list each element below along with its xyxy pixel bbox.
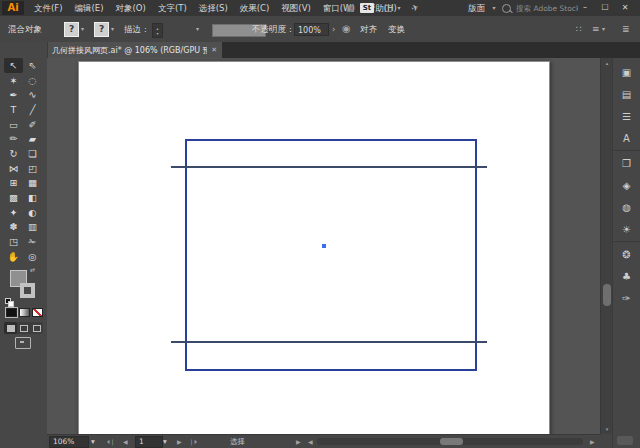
menu-file[interactable]: 文件(F) (28, 0, 69, 16)
transform-button[interactable]: 变换 (388, 16, 405, 42)
perspective-grid-tool[interactable]: ▦ (23, 176, 42, 191)
swatches-panel[interactable]: ▣ (613, 61, 640, 83)
color-panel[interactable]: ❂ (613, 243, 640, 265)
stock-search[interactable] (502, 0, 580, 16)
gradient-button[interactable] (19, 308, 30, 317)
vertical-scroll-thumb[interactable] (603, 284, 611, 306)
pathfinder-panel[interactable]: ◍ (613, 196, 640, 218)
artboard-number-field[interactable]: 1 (135, 436, 163, 448)
symbol-sprayer-tool[interactable]: ✽ (4, 220, 23, 235)
stroke-weight-stepper[interactable]: ▴ ▾ (152, 23, 163, 38)
gradient-tool[interactable]: ◧ (23, 190, 42, 205)
free-transform-tool[interactable]: ◰ (23, 161, 42, 176)
canvas-area[interactable] (47, 58, 600, 434)
document-tab[interactable]: 几何拼接风网页.ai* @ 106% (RGB/GPU 预览) ✕ (47, 42, 222, 58)
close-button[interactable]: ✕ (618, 0, 632, 16)
tab-close-icon[interactable]: ✕ (211, 46, 217, 54)
lasso-tool[interactable]: ◌ (23, 73, 42, 88)
eraser-tool[interactable]: ▰ (23, 131, 42, 146)
artboard-number-caret-icon[interactable]: ▾ (163, 435, 167, 448)
menu-effect[interactable]: 效果(C) (234, 0, 276, 16)
first-artboard-icon[interactable]: ⏴❘ (107, 435, 115, 448)
menu-type[interactable]: 文字(T) (152, 0, 193, 16)
artwork-rectangle[interactable] (185, 139, 477, 371)
align-options-icon[interactable]: ∷ (576, 16, 582, 42)
stepper-down-icon[interactable]: ▾ (156, 31, 158, 36)
next-artboard-icon[interactable]: ▶ (177, 435, 182, 448)
brushes-panel[interactable]: ✑ (613, 287, 640, 309)
appearance-panel[interactable]: ☀ (613, 218, 640, 240)
workspace-switcher-caret-icon[interactable]: ▾ (395, 0, 403, 16)
fill-swatch[interactable]: ? (64, 22, 79, 37)
panel-list-caret-icon[interactable]: ▾ (602, 16, 605, 42)
opacity-value-field[interactable]: 100% (294, 23, 329, 36)
rotate-tool[interactable]: ↻ (4, 146, 23, 161)
panel-list-icon[interactable]: ≡ (592, 16, 600, 42)
paintbrush-tool[interactable]: ✐ (23, 117, 42, 132)
none-button[interactable] (32, 308, 43, 317)
adobe-stock-icon[interactable]: St (360, 3, 374, 13)
hand-tool[interactable]: ✋ (4, 249, 23, 264)
scroll-right-icon[interactable]: ▶ (590, 435, 595, 448)
draw-behind-mode[interactable] (17, 322, 30, 334)
default-fill-stroke-icon[interactable] (5, 298, 14, 307)
column-graph-tool[interactable]: ▥ (23, 220, 42, 235)
screen-mode-button[interactable] (15, 337, 31, 349)
last-artboard-icon[interactable]: ❘⏵ (189, 435, 197, 448)
workspace-dropdown[interactable]: 版面 (468, 0, 485, 16)
align-button[interactable]: 对齐 (360, 16, 377, 42)
rectangle-tool[interactable]: ▭ (4, 117, 23, 132)
shaper-tool[interactable]: ✏ (4, 131, 23, 146)
width-tool[interactable]: ⋈ (4, 161, 23, 176)
fill-swatch-caret-icon[interactable]: ▾ (81, 16, 84, 42)
type-tool[interactable]: T (4, 102, 23, 117)
scale-tool[interactable]: ❏ (23, 146, 42, 161)
layers-panel[interactable]: ◈ (613, 174, 640, 196)
line-segment-tool[interactable]: ╱ (23, 102, 42, 117)
draw-inside-mode[interactable] (30, 322, 43, 334)
control-panel-menu-icon[interactable]: ≣ (622, 16, 630, 42)
character-panel[interactable]: A (613, 127, 640, 149)
draw-normal-mode[interactable] (4, 322, 17, 334)
eyedropper-tool[interactable]: ✦ (4, 205, 23, 220)
graphic-style-icon[interactable]: ◉ (342, 16, 351, 42)
vertical-scrollbar[interactable]: ▴ ▾ (600, 58, 612, 434)
menu-object[interactable]: 对象(O) (110, 0, 152, 16)
stroke-weight-caret-icon[interactable]: ▾ (196, 16, 199, 42)
zoom-level-caret-icon[interactable]: ▾ (91, 435, 95, 448)
previous-artboard-icon[interactable]: ◀ (123, 435, 128, 448)
mesh-tool[interactable]: ▩ (4, 190, 23, 205)
blend-tool[interactable]: ◐ (23, 205, 42, 220)
selection-tool[interactable]: ↖ (4, 58, 23, 73)
workspace-switcher-icon[interactable]: ◫ (382, 0, 394, 16)
zoom-tool[interactable]: ◎ (23, 249, 42, 264)
stroke-color-indicator[interactable] (20, 283, 35, 298)
opacity-arrow-icon[interactable]: › (332, 16, 335, 42)
zoom-level-field[interactable]: 106% (49, 436, 89, 448)
horizontal-scroll-thumb[interactable] (440, 438, 463, 445)
swap-fill-stroke-icon[interactable]: ⇄ (30, 266, 35, 273)
direct-selection-tool[interactable]: ⇖ (23, 58, 42, 73)
arrange-documents-icon[interactable]: ▦ (343, 0, 357, 16)
artboard-tool[interactable]: ◳ (4, 234, 23, 249)
artwork-center-point[interactable] (322, 244, 326, 248)
pen-tool[interactable]: ✒ (4, 87, 23, 102)
gradient-panel[interactable]: ▤ (613, 83, 640, 105)
minimize-button[interactable]: – (578, 0, 592, 16)
stroke-panel[interactable]: ☰ (613, 105, 640, 127)
scroll-left-icon[interactable]: ◀ (308, 435, 313, 448)
transform-panel[interactable]: ❐ (613, 152, 640, 174)
menu-view[interactable]: 视图(V) (275, 0, 316, 16)
workspace-dropdown-caret-icon[interactable]: ▾ (490, 0, 498, 16)
color-button[interactable] (6, 308, 17, 317)
symbols-panel[interactable]: ♣ (613, 265, 640, 287)
search-input[interactable] (514, 3, 580, 14)
artwork-horizontal-line-1[interactable] (171, 166, 487, 168)
artwork-horizontal-line-2[interactable] (171, 341, 487, 343)
status-menu-arrow-icon[interactable]: ▶ (296, 435, 301, 448)
maximize-button[interactable]: ☐ (598, 0, 612, 16)
magic-wand-tool[interactable]: ✶ (4, 73, 23, 88)
slice-tool[interactable]: ✁ (23, 234, 42, 249)
menu-edit[interactable]: 编辑(E) (69, 0, 110, 16)
shape-builder-tool[interactable]: ⊞ (4, 176, 23, 191)
